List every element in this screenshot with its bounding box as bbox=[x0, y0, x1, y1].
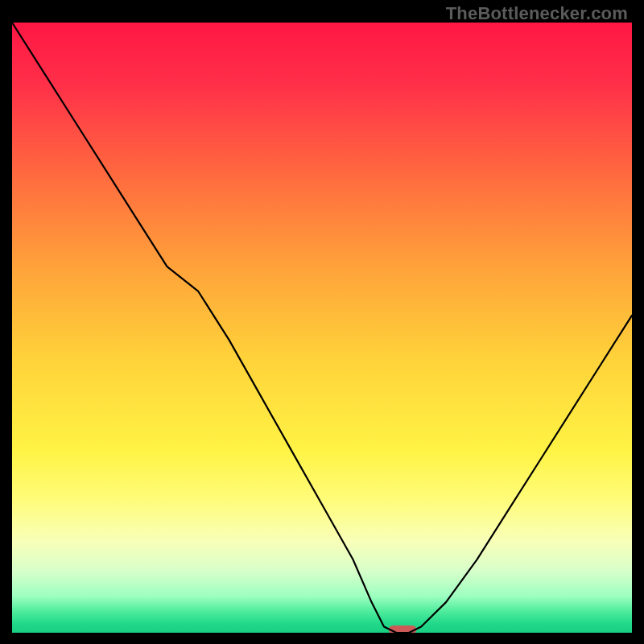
bottleneck-chart bbox=[12, 23, 632, 633]
gradient-plot-area bbox=[12, 23, 632, 633]
watermark-text: TheBottlenecker.com bbox=[446, 3, 628, 24]
chart-frame: TheBottlenecker.com bbox=[0, 0, 644, 644]
